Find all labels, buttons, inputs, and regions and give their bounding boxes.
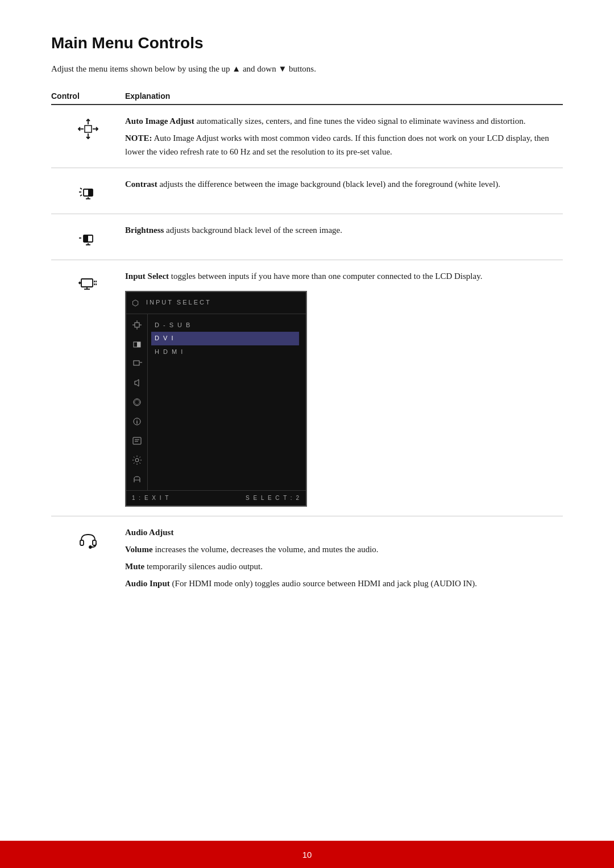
- menu-icons-column: i: [126, 314, 148, 490]
- menu-icon-audio: [131, 377, 143, 389]
- svg-rect-38: [133, 437, 141, 444]
- auto-image-adjust-icon-cell: [51, 114, 125, 141]
- svg-rect-25: [135, 323, 139, 327]
- auto-image-adjust-explanation: Auto Image Adjust automatically sizes, c…: [125, 114, 563, 158]
- svg-rect-31: [137, 342, 140, 347]
- footer-select: S E L E C T : 2: [246, 494, 300, 503]
- svg-rect-0: [85, 126, 92, 132]
- svg-rect-32: [134, 361, 139, 365]
- svg-text:i: i: [136, 419, 138, 425]
- contrast-icon: [76, 180, 101, 205]
- footer-exit: 1 : E X I T: [132, 494, 169, 503]
- input-select-header: ⬡ INPUT SELECT: [126, 292, 306, 314]
- svg-point-35: [134, 399, 140, 406]
- table-row: Brightness adjusts background black leve…: [51, 214, 563, 260]
- main-table: Control Explanation: [51, 91, 563, 599]
- audio-adjust-explanation: Audio Adjust Volume increases the volume…: [125, 525, 563, 590]
- input-select-icon: [76, 272, 101, 297]
- menu-header-icon: ⬡: [132, 297, 140, 309]
- audio-adjust-icon: [76, 528, 101, 553]
- menu-icon-input: [131, 357, 143, 370]
- menu-options-column: D - S U B D V I H D M I: [148, 314, 306, 490]
- svg-rect-17: [81, 279, 93, 287]
- input-select-title: INPUT SELECT: [146, 298, 211, 308]
- menu-icon-color: [131, 396, 143, 408]
- input-select-icon-cell: [51, 269, 125, 297]
- brightness-icon-cell: [51, 223, 125, 251]
- svg-point-45: [89, 546, 92, 548]
- menu-option-hdmi: H D M I: [155, 345, 299, 359]
- svg-point-41: [135, 458, 139, 462]
- page-number: 10: [302, 850, 312, 859]
- table-row: Contrast adjusts the difference between …: [51, 168, 563, 214]
- page-title: Main Menu Controls: [51, 34, 563, 52]
- menu-icon-info: i: [131, 415, 143, 428]
- menu-icon-auto: [131, 319, 143, 331]
- audio-adjust-icon-cell: [51, 525, 125, 553]
- header-control: Control: [51, 91, 125, 101]
- svg-line-7: [80, 195, 82, 196]
- svg-line-6: [80, 188, 82, 189]
- contrast-icon-cell: [51, 177, 125, 205]
- input-select-explanation: Input Select toggles between inputs if y…: [125, 269, 563, 507]
- auto-image-adjust-icon: [76, 116, 101, 141]
- intro-text: Adjust the menu items shown below by usi…: [51, 62, 563, 76]
- input-select-menu: i D: [126, 314, 306, 490]
- menu-option-dvi: D V I: [151, 332, 299, 345]
- menu-icon-manual: [131, 435, 143, 447]
- header-explanation: Explanation: [125, 91, 563, 101]
- svg-rect-43: [80, 540, 84, 545]
- table-row: Audio Adjust Volume increases the volume…: [51, 516, 563, 599]
- svg-rect-14: [84, 235, 88, 242]
- page-footer: 10: [0, 841, 614, 868]
- table-header: Control Explanation: [51, 91, 563, 105]
- contrast-explanation: Contrast adjusts the difference between …: [125, 177, 563, 191]
- page-content: Main Menu Controls Adjust the menu items…: [0, 0, 614, 656]
- menu-icon-memory: [131, 473, 143, 486]
- input-select-footer: 1 : E X I T S E L E C T : 2: [126, 490, 306, 506]
- table-row: Input Select toggles between inputs if y…: [51, 260, 563, 516]
- menu-icon-contrast: [131, 338, 143, 350]
- menu-icon-settings: [131, 454, 143, 466]
- svg-rect-9: [88, 189, 93, 196]
- table-row: Auto Image Adjust automatically sizes, c…: [51, 105, 563, 168]
- input-select-menu-box: ⬡ INPUT SELECT: [125, 291, 307, 507]
- brightness-icon: [76, 226, 101, 251]
- brightness-explanation: Brightness adjusts background black leve…: [125, 223, 563, 237]
- menu-option-dsub: D - S U B: [155, 319, 299, 332]
